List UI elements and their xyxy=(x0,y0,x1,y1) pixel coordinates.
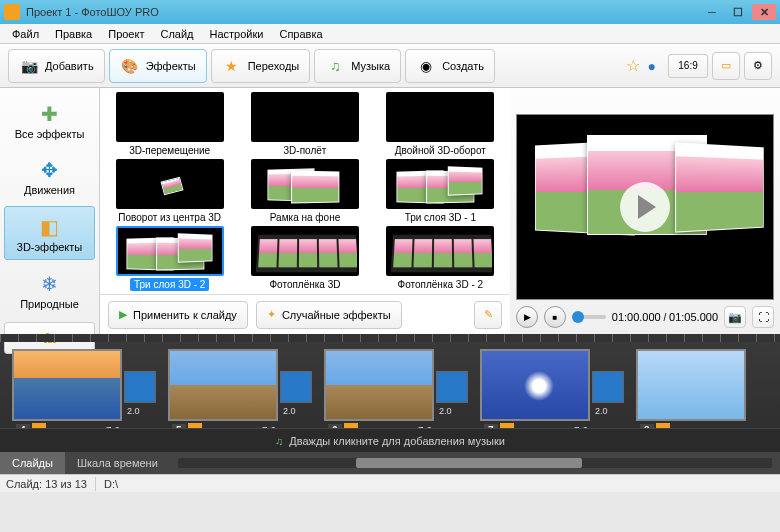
effect-item[interactable]: Двойной 3D-оборот xyxy=(377,92,504,157)
main-toolbar: 📷Добавить 🎨Эффекты ★Переходы ♫Музыка ◉Со… xyxy=(0,44,780,88)
timeline-music-track[interactable]: ♫ Дважды кликните для добавления музыки xyxy=(0,428,780,452)
brush-icon: ✎ xyxy=(484,308,493,321)
puzzle-icon: ✚ xyxy=(36,100,64,128)
preview-panel: ▶ ■ 01:00.000 / 01:05.000 📷 ⛶ xyxy=(510,88,780,334)
effect-item[interactable]: Поворот из центра 3D xyxy=(106,159,233,224)
slide-duration: 7.0 xyxy=(262,426,276,428)
tab-timescale[interactable]: Шкала времени xyxy=(65,452,170,474)
preview-viewport[interactable] xyxy=(516,114,774,300)
close-button[interactable]: ✕ xyxy=(752,4,776,20)
stop-button[interactable]: ■ xyxy=(544,306,566,328)
maximize-button[interactable]: ☐ xyxy=(726,4,750,20)
transition-thumb[interactable]: 2.0 xyxy=(592,371,624,403)
timeline-slide[interactable]: 5 7.0 xyxy=(168,349,278,421)
display-button[interactable]: ▭ xyxy=(712,52,740,80)
timeline-slides[interactable]: 4 7.0 2.0 5 7.0 2.0 6 7.0 2.0 7 7.0 2.0 … xyxy=(0,342,780,428)
camera-icon: 📷 xyxy=(728,311,742,324)
aspect-ratio[interactable]: 16:9 xyxy=(668,54,708,78)
monitor-icon: ▭ xyxy=(721,59,731,72)
effects-tab[interactable]: 🎨Эффекты xyxy=(109,49,207,83)
gear-icon: ⚙ xyxy=(753,59,763,72)
transition-thumb[interactable]: 2.0 xyxy=(436,371,468,403)
random-effects-button[interactable]: ✦Случайные эффекты xyxy=(256,301,402,329)
menu-file[interactable]: Файл xyxy=(4,26,47,42)
globe-icon[interactable]: ● xyxy=(648,58,656,74)
cube-icon: ◧ xyxy=(36,213,64,241)
play-button[interactable]: ▶ xyxy=(516,306,538,328)
effects-grid: 3D-перемещение 3D-полёт Двойной 3D-оборо… xyxy=(100,88,510,294)
sidebar-nature[interactable]: ❄Природные xyxy=(4,264,95,316)
effect-item-selected[interactable]: Три слоя 3D - 2 xyxy=(106,226,233,291)
status-path: D:\ xyxy=(104,478,118,490)
effect-item[interactable]: 3D-перемещение xyxy=(106,92,233,157)
sidebar-all-effects[interactable]: ✚Все эффекты xyxy=(4,94,95,146)
edit-slide-icon[interactable] xyxy=(344,423,358,428)
effects-sidebar: ✚Все эффекты ✥Движения ◧3D-эффекты ❄Прир… xyxy=(0,88,100,334)
slide-index: 6 xyxy=(328,424,342,428)
seek-bar[interactable] xyxy=(572,315,606,319)
timeline-scrollbar[interactable] xyxy=(178,458,772,468)
slide-duration: 7.0 xyxy=(418,426,432,428)
sidebar-3d-effects[interactable]: ◧3D-эффекты xyxy=(4,206,95,260)
menu-edit[interactable]: Правка xyxy=(47,26,100,42)
seek-handle[interactable] xyxy=(572,311,584,323)
create-button[interactable]: ◉Создать xyxy=(405,49,495,83)
edit-slide-icon[interactable] xyxy=(500,423,514,428)
fullscreen-button[interactable]: ⛶ xyxy=(752,306,774,328)
arrows-icon: ✥ xyxy=(36,156,64,184)
edit-slide-icon[interactable] xyxy=(188,423,202,428)
settings-button[interactable]: ⚙ xyxy=(744,52,772,80)
snapshot-button[interactable]: 📷 xyxy=(724,306,746,328)
tab-slides[interactable]: Слайды xyxy=(0,452,65,474)
transition-duration: 2.0 xyxy=(439,406,452,416)
timeline-slide[interactable]: 7 7.0 xyxy=(480,349,590,421)
star-icon: ★ xyxy=(222,56,242,76)
effect-item[interactable]: Фотоплёнка 3D xyxy=(241,226,368,291)
brush-button[interactable]: ✎ xyxy=(474,301,502,329)
transition-duration: 2.0 xyxy=(595,406,608,416)
sidebar-motion[interactable]: ✥Движения xyxy=(4,150,95,202)
edit-slide-icon[interactable] xyxy=(32,423,46,428)
time-display: 01:00.000 / 01:05.000 xyxy=(612,311,718,323)
palette-icon: 🎨 xyxy=(120,56,140,76)
add-button[interactable]: 📷Добавить xyxy=(8,49,105,83)
scrollbar-thumb[interactable] xyxy=(356,458,582,468)
effect-item[interactable]: 3D-полёт xyxy=(241,92,368,157)
timeline-slide[interactable]: 6 7.0 xyxy=(324,349,434,421)
transitions-tab[interactable]: ★Переходы xyxy=(211,49,311,83)
favorite-icon[interactable]: ☆ xyxy=(626,56,640,75)
menu-bar: Файл Правка Проект Слайд Настройки Справ… xyxy=(0,24,780,44)
music-icon: ♫ xyxy=(325,56,345,76)
slide-duration: 7.0 xyxy=(106,426,120,428)
stop-icon: ■ xyxy=(553,313,558,322)
app-icon xyxy=(4,4,20,20)
transition-duration: 2.0 xyxy=(127,406,140,416)
menu-project[interactable]: Проект xyxy=(100,26,152,42)
music-tab[interactable]: ♫Музыка xyxy=(314,49,401,83)
status-slide-count: Слайд: 13 из 13 xyxy=(6,478,87,490)
edit-slide-icon[interactable] xyxy=(656,423,670,428)
slide-index: 7 xyxy=(484,424,498,428)
timeline-tabs: Слайды Шкала времени xyxy=(0,452,780,474)
menu-settings[interactable]: Настройки xyxy=(202,26,272,42)
effect-item[interactable]: Три слоя 3D - 1 xyxy=(377,159,504,224)
timeline-slide[interactable]: 8 xyxy=(636,349,746,421)
slide-duration: 7.0 xyxy=(574,426,588,428)
transition-duration: 2.0 xyxy=(283,406,296,416)
menu-help[interactable]: Справка xyxy=(271,26,330,42)
effect-item[interactable]: Рамка на фоне xyxy=(241,159,368,224)
menu-slide[interactable]: Слайд xyxy=(152,26,201,42)
play-overlay-icon[interactable] xyxy=(620,182,670,232)
effects-panel: 3D-перемещение 3D-полёт Двойной 3D-оборо… xyxy=(100,88,510,334)
title-bar: Проект 1 - ФотоШОУ PRO ─ ☐ ✕ xyxy=(0,0,780,24)
music-icon: ♫ xyxy=(275,435,283,447)
effect-item[interactable]: Фотоплёнка 3D - 2 xyxy=(377,226,504,291)
apply-to-slide-button[interactable]: ▶Применить к слайду xyxy=(108,301,248,329)
timeline: 4 7.0 2.0 5 7.0 2.0 6 7.0 2.0 7 7.0 2.0 … xyxy=(0,334,780,474)
transition-thumb[interactable]: 2.0 xyxy=(280,371,312,403)
fullscreen-icon: ⛶ xyxy=(758,311,769,323)
timeline-slide[interactable]: 4 7.0 xyxy=(12,349,122,421)
minimize-button[interactable]: ─ xyxy=(700,4,724,20)
disc-icon: ◉ xyxy=(416,56,436,76)
transition-thumb[interactable]: 2.0 xyxy=(124,371,156,403)
